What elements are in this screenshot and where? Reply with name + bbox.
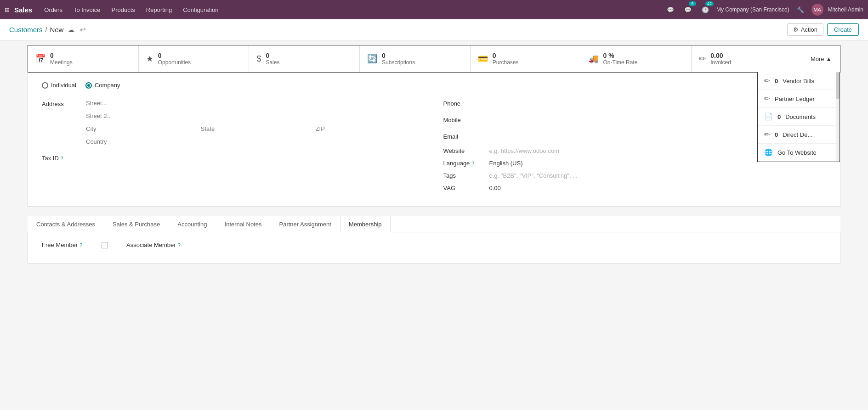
sales-count: 0 <box>266 52 279 59</box>
partner-ledger-label: Partner Ledger <box>775 95 815 102</box>
breadcrumb-parent[interactable]: Customers <box>9 26 43 34</box>
street-input[interactable] <box>83 98 425 109</box>
company-name: My Company (San Francisco) <box>716 6 789 13</box>
dropdown-documents[interactable]: 📄 0 Documents <box>758 108 840 126</box>
membership-fields: Free Member ? Associate Member ? <box>42 242 826 254</box>
undo-icon[interactable]: ↩ <box>79 24 87 35</box>
documents-count: 0 <box>777 113 781 120</box>
go-to-website-label: Go To Website <box>777 149 817 156</box>
stat-purchases[interactable]: 💳 0 Purchases <box>471 45 581 72</box>
partner-ledger-icon: ✏ <box>764 95 770 103</box>
city-input[interactable] <box>83 124 195 135</box>
subscriptions-count: 0 <box>382 52 415 59</box>
support-icon[interactable]: 💬 <box>664 3 677 16</box>
tab-internal-notes[interactable]: Internal Notes <box>216 216 271 232</box>
individual-option[interactable]: Individual <box>42 82 76 89</box>
purchases-label: Purchases <box>493 59 519 66</box>
grid-icon[interactable]: ⊞ <box>5 6 10 13</box>
app-name[interactable]: Sales <box>14 6 32 14</box>
dropdown-direct-debit[interactable]: ✏ 0 Direct De... <box>758 126 840 144</box>
membership-tab-content: Free Member ? Associate Member ? <box>28 232 840 264</box>
stat-opportunities[interactable]: ★ 0 Opportunities <box>139 45 250 72</box>
vag-value: 0.00 <box>489 185 501 191</box>
free-member-checkbox[interactable] <box>102 242 108 248</box>
direct-debit-count: 0 <box>775 131 778 138</box>
stat-invoiced[interactable]: ✏ 0.00 Invoiced <box>692 45 802 72</box>
associate-member-help-icon[interactable]: ? <box>178 242 181 248</box>
create-button[interactable]: Create <box>827 23 859 36</box>
settings-icon[interactable]: 🔧 <box>794 3 807 16</box>
stat-subscriptions[interactable]: 🔄 0 Subscriptions <box>360 45 471 72</box>
individual-label: Individual <box>51 82 76 89</box>
stat-sales[interactable]: $ 0 Sales <box>249 45 360 72</box>
nav-orders[interactable]: Orders <box>40 4 67 16</box>
phone-label: Phone <box>443 100 489 107</box>
nav-reporting[interactable]: Reporting <box>142 4 176 16</box>
sales-icon: $ <box>256 54 261 64</box>
user-name: Mitchell Admin <box>828 6 863 13</box>
breadcrumb-current: New <box>50 26 63 34</box>
free-member-label: Free Member ? <box>42 242 102 248</box>
more-button[interactable]: More ▲ <box>802 45 840 72</box>
dropdown-scrollbar[interactable] <box>836 72 840 162</box>
state-input[interactable] <box>198 124 310 135</box>
invoiced-count: 0.00 <box>710 52 731 59</box>
stats-bar: 📅 0 Meetings ★ 0 Opportunities $ 0 Sales… <box>28 45 840 73</box>
activity-icon[interactable]: 🕐 42 <box>699 3 712 16</box>
dropdown-vendor-bills[interactable]: ✏ 0 Vendor Bills <box>758 72 840 90</box>
vendor-bills-count: 0 <box>775 78 778 84</box>
action-gear-icon: ⚙ <box>793 26 799 33</box>
language-label: Language ? <box>443 160 489 167</box>
dropdown-go-to-website[interactable]: 🌐 Go To Website <box>758 144 840 162</box>
free-member-help-icon[interactable]: ? <box>79 242 82 248</box>
avatar[interactable]: MA <box>811 4 823 16</box>
top-navigation: ⊞ Sales Orders To Invoice Products Repor… <box>0 0 868 19</box>
form-left-col: Address Tax ID ? <box>42 98 425 197</box>
tax-id-help-icon[interactable]: ? <box>60 156 63 161</box>
website-label: Website <box>443 147 489 154</box>
company-radio[interactable] <box>85 82 92 89</box>
tax-id-input[interactable] <box>83 152 425 163</box>
tab-sales-purchase[interactable]: Sales & Purchase <box>104 216 169 232</box>
meetings-count: 0 <box>50 52 73 59</box>
individual-radio[interactable] <box>42 82 48 89</box>
tags-field: Tags e.g. "B2B", "VIP", "Consulting", ..… <box>443 172 827 179</box>
street2-input[interactable] <box>83 111 425 122</box>
stat-ontime-rate[interactable]: 🚚 0 % On-Time Rate <box>581 45 692 72</box>
documents-icon: 📄 <box>764 112 773 121</box>
ontime-icon: 🚚 <box>589 54 599 64</box>
address-label: Address <box>42 98 83 107</box>
nav-configuration[interactable]: Configuration <box>178 4 223 16</box>
tab-accounting[interactable]: Accounting <box>169 216 216 232</box>
tax-id-field: Tax ID ? <box>42 152 425 163</box>
save-cloud-icon[interactable]: ☁ <box>66 24 76 35</box>
tab-contacts-addresses[interactable]: Contacts & Addresses <box>28 216 104 232</box>
scroll-thumb <box>836 72 840 99</box>
sales-label: Sales <box>266 59 279 66</box>
messages-icon[interactable]: 💬 6 <box>681 3 694 16</box>
tab-membership[interactable]: Membership <box>340 216 391 232</box>
subscriptions-icon: 🔄 <box>367 54 377 64</box>
company-label: Company <box>95 82 120 89</box>
direct-debit-icon: ✏ <box>764 130 770 139</box>
purchases-count: 0 <box>493 52 519 59</box>
nav-to-invoice[interactable]: To Invoice <box>69 4 105 16</box>
nav-products[interactable]: Products <box>107 4 139 16</box>
messages-badge: 6 <box>689 1 696 6</box>
company-option[interactable]: Company <box>85 82 120 89</box>
country-input[interactable] <box>83 136 425 147</box>
vag-field: VAG 0.00 <box>443 185 827 191</box>
zip-input[interactable] <box>313 124 425 135</box>
tab-partner-assignment[interactable]: Partner Assignment <box>271 216 340 232</box>
dropdown-partner-ledger[interactable]: ✏ Partner Ledger <box>758 90 840 108</box>
breadcrumb: Customers / New ☁ ↩ <box>9 24 787 35</box>
invoiced-label: Invoiced <box>710 59 731 66</box>
stat-meetings[interactable]: 📅 0 Meetings <box>28 45 139 72</box>
tax-id-label: Tax ID ? <box>42 152 83 162</box>
action-button[interactable]: ⚙ Action <box>787 23 823 36</box>
address-field: Address <box>42 98 425 147</box>
form-columns: Address Tax ID ? <box>42 98 826 197</box>
vendor-bills-icon: ✏ <box>764 77 770 85</box>
language-help-icon[interactable]: ? <box>471 161 474 166</box>
direct-debit-label: Direct De... <box>783 131 812 138</box>
